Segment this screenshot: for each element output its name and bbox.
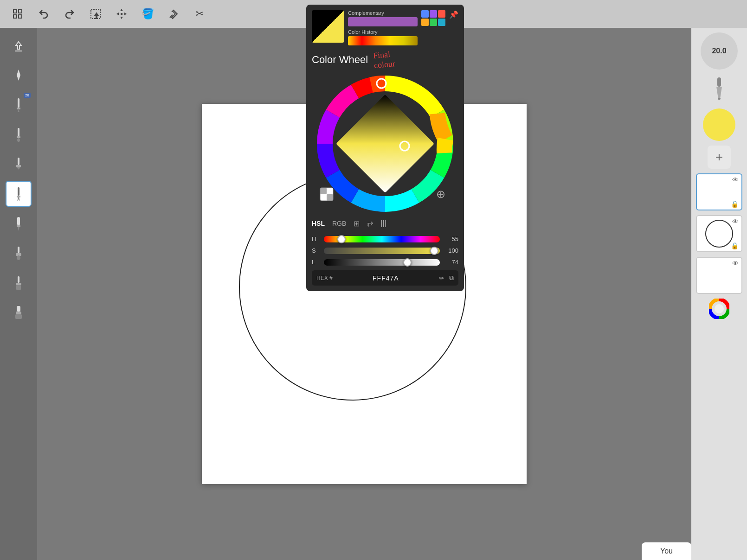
color-wheel-title-row: Color Wheel Finalcolour bbox=[312, 50, 458, 70]
svg-marker-7 bbox=[120, 17, 123, 19]
right-sidebar: 20.0 + 👁 🔒 👁 🔒 👁 bbox=[691, 28, 747, 560]
saturation-label: S bbox=[312, 247, 319, 254]
svg-rect-15 bbox=[17, 108, 20, 109]
color-swatches bbox=[421, 10, 445, 26]
mini-color-wheel-button[interactable] bbox=[709, 299, 729, 321]
move-icon[interactable] bbox=[113, 6, 130, 22]
svg-marker-5 bbox=[95, 13, 98, 19]
lightness-thumb[interactable] bbox=[403, 258, 412, 267]
brush-size-display: 20.0 bbox=[701, 32, 738, 70]
svg-rect-18 bbox=[17, 136, 20, 138]
svg-marker-8 bbox=[116, 13, 119, 15]
grid-icon[interactable] bbox=[9, 6, 26, 22]
svg-text:⊕: ⊕ bbox=[436, 188, 445, 200]
upload-icon[interactable] bbox=[6, 32, 32, 58]
saturation-value: 100 bbox=[444, 247, 458, 254]
svg-marker-6 bbox=[120, 9, 123, 11]
undo-icon[interactable] bbox=[35, 6, 52, 22]
select-icon[interactable] bbox=[87, 6, 104, 22]
layer-item-3[interactable]: 👁 bbox=[696, 257, 742, 294]
svg-marker-16 bbox=[18, 109, 19, 112]
brush-tool-4[interactable] bbox=[6, 151, 32, 177]
svg-rect-41 bbox=[327, 194, 333, 201]
svg-rect-32 bbox=[17, 306, 20, 312]
color-wheel-title: Color Wheel bbox=[312, 54, 368, 66]
hue-thumb[interactable] bbox=[337, 235, 346, 243]
complementary-bar bbox=[348, 17, 418, 26]
lightness-value: 74 bbox=[444, 259, 458, 266]
hue-label: H bbox=[312, 235, 319, 242]
svg-rect-30 bbox=[16, 283, 21, 285]
brush-tool-2[interactable]: 28 bbox=[6, 92, 32, 118]
color-wheel-container[interactable]: ⊕ bbox=[316, 74, 455, 213]
svg-rect-3 bbox=[19, 15, 22, 18]
lightness-slider[interactable] bbox=[324, 259, 440, 266]
fill-icon[interactable]: 🪣 bbox=[139, 6, 156, 22]
tab-bars-icon[interactable]: ||| bbox=[380, 219, 386, 228]
svg-point-46 bbox=[718, 98, 721, 100]
brush-tool-3[interactable] bbox=[6, 121, 32, 147]
svg-rect-22 bbox=[18, 187, 19, 196]
complementary-label: Complementary bbox=[348, 10, 418, 16]
tab-shuffle-icon[interactable]: ⇄ bbox=[367, 219, 373, 228]
layer-item-1[interactable]: 👁 🔒 bbox=[696, 173, 742, 210]
hex-copy-icon[interactable]: ⧉ bbox=[449, 274, 454, 282]
you-button[interactable]: You bbox=[642, 542, 691, 560]
layer-item-2[interactable]: 👁 🔒 bbox=[696, 215, 742, 252]
add-layer-button[interactable]: + bbox=[708, 146, 731, 169]
brush-tool-7[interactable] bbox=[6, 240, 32, 266]
color-history-bar bbox=[348, 36, 418, 45]
layer-eye-icon-2[interactable]: 👁 bbox=[732, 218, 739, 225]
brush-tool-6[interactable] bbox=[6, 210, 32, 236]
svg-rect-17 bbox=[18, 128, 19, 136]
lightness-label: L bbox=[312, 259, 319, 266]
layer-eye-icon-1[interactable]: 👁 bbox=[732, 176, 739, 184]
pen-icon[interactable] bbox=[165, 6, 182, 22]
hex-edit-icon[interactable]: ✏ bbox=[439, 274, 444, 282]
svg-rect-21 bbox=[16, 165, 21, 167]
svg-rect-10 bbox=[121, 13, 122, 15]
svg-rect-34 bbox=[15, 314, 22, 319]
hex-label: HEX # bbox=[316, 275, 333, 281]
saturation-thumb[interactable] bbox=[430, 247, 438, 255]
svg-rect-26 bbox=[18, 247, 19, 253]
brush-tool-8[interactable] bbox=[6, 270, 32, 296]
svg-marker-11 bbox=[16, 42, 21, 49]
brush-tool-5[interactable] bbox=[6, 181, 32, 207]
layer-lock-icon-2: 🔒 bbox=[731, 242, 739, 249]
svg-point-28 bbox=[17, 255, 20, 260]
layer-eye-icon-3[interactable]: 👁 bbox=[732, 260, 739, 267]
tab-grid-icon[interactable]: ⊞ bbox=[354, 219, 360, 228]
scissors-icon[interactable]: ✂ bbox=[191, 6, 208, 22]
redo-icon[interactable] bbox=[61, 6, 78, 22]
saturation-slider[interactable] bbox=[324, 248, 440, 254]
you-label: You bbox=[660, 547, 673, 555]
tab-hsl[interactable]: HSL bbox=[312, 218, 325, 229]
color-preview-box[interactable] bbox=[312, 10, 344, 43]
brush-size-value: 20.0 bbox=[712, 47, 726, 55]
svg-rect-40 bbox=[320, 188, 327, 194]
svg-marker-13 bbox=[17, 70, 20, 81]
svg-marker-9 bbox=[124, 13, 127, 15]
svg-rect-14 bbox=[18, 98, 19, 108]
hex-value[interactable]: FFF47A bbox=[337, 274, 434, 282]
svg-rect-23 bbox=[17, 196, 20, 197]
annotation-text: Finalcolour bbox=[373, 49, 395, 70]
pin-icon[interactable]: 📌 bbox=[449, 10, 458, 19]
svg-rect-0 bbox=[13, 10, 17, 13]
brush-tip-icon bbox=[705, 74, 733, 102]
svg-rect-20 bbox=[18, 158, 19, 165]
brush-tool-9[interactable] bbox=[6, 299, 32, 325]
tab-rgb[interactable]: RGB bbox=[332, 218, 346, 229]
color-wheel-svg[interactable]: ⊕ bbox=[316, 74, 455, 213]
history-label: Color History bbox=[348, 29, 418, 35]
hex-row: HEX # FFF47A ✏ ⧉ bbox=[312, 270, 458, 286]
svg-point-19 bbox=[17, 138, 20, 142]
brush-tool-1[interactable] bbox=[6, 62, 32, 88]
svg-rect-25 bbox=[17, 225, 20, 227]
hue-value: 55 bbox=[444, 235, 458, 242]
svg-rect-1 bbox=[19, 10, 22, 13]
layer-lock-icon-1: 🔒 bbox=[731, 200, 739, 208]
hue-slider[interactable] bbox=[324, 236, 440, 242]
hue-slider-row: H 55 bbox=[312, 235, 458, 242]
